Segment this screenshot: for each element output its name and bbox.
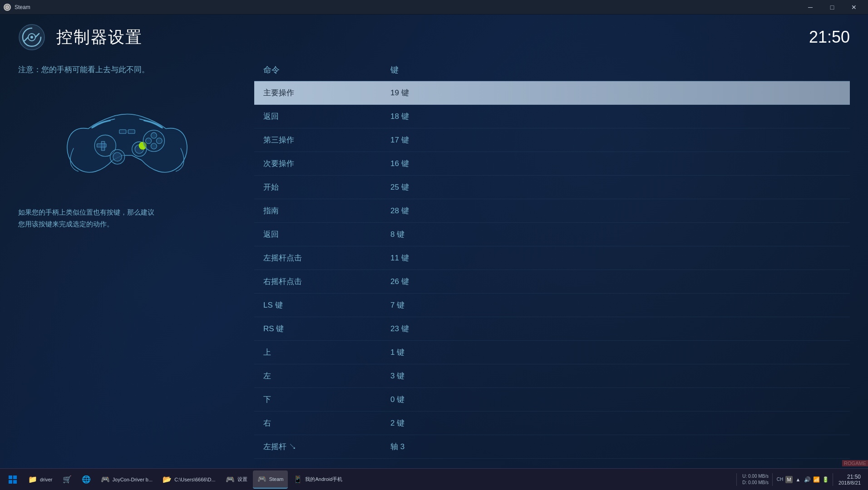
steam-settings-icon: 🎮 xyxy=(226,475,235,484)
cell-key: 25 键 xyxy=(390,182,841,192)
table-header: 命令 键 xyxy=(254,64,850,81)
taskbar-item-android[interactable]: 📱我的Android手机 xyxy=(289,470,347,489)
cell-command: LS 键 xyxy=(263,300,390,310)
store-icon: 🛒 xyxy=(63,475,72,484)
table-row[interactable]: 下0 键 xyxy=(254,388,850,412)
cell-key: 轴 3 xyxy=(390,441,841,452)
header-time: 21:50 xyxy=(809,28,850,47)
taskbar-item-label-android: 我的Android手机 xyxy=(305,476,342,483)
table-row[interactable]: 右摇杆点击26 键 xyxy=(254,270,850,294)
cell-command: 左摇杆点击 xyxy=(263,253,390,263)
explorer-icon: 📂 xyxy=(163,475,172,484)
svg-rect-21 xyxy=(13,475,17,479)
svg-point-17 xyxy=(151,143,157,149)
cell-command: 上 xyxy=(263,347,390,358)
taskbar-item-steam[interactable]: 🎮Steam xyxy=(253,470,288,489)
taskbar-clock[interactable]: 21:50 2018/8/21 xyxy=(837,474,863,485)
table-row[interactable]: 左摇杆点击11 键 xyxy=(254,246,850,270)
content-area: 注意：您的手柄可能看上去与此不同。 xyxy=(0,60,868,468)
cell-key: 1 键 xyxy=(390,347,841,358)
cell-key: 0 键 xyxy=(390,394,841,405)
chevron-up-icon[interactable]: ▲ xyxy=(794,476,802,483)
taskbar-item-joycon[interactable]: 🎮JoyCon-Driver b... xyxy=(96,470,158,489)
cell-command: 左 xyxy=(263,371,390,381)
table-row[interactable]: 右2 键 xyxy=(254,412,850,435)
taskbar-item-label-steam-settings: 设置 xyxy=(237,476,247,483)
clock-date: 2018/8/21 xyxy=(838,480,861,485)
taskbar-item-steam-settings[interactable]: 🎮设置 xyxy=(221,470,252,489)
cell-command: 右摇杆点击 xyxy=(263,276,390,287)
steam-icon: 🎮 xyxy=(257,475,266,484)
cell-command: 开始 xyxy=(263,182,390,192)
svg-point-4 xyxy=(30,36,33,39)
cell-command: 返回 xyxy=(263,229,390,240)
info-text: 如果您的手柄上类似位置也有按键，那么建议您用该按键来完成选定的动作。 xyxy=(18,206,154,230)
table-row[interactable]: 主要操作19 键 xyxy=(254,81,850,105)
table-row[interactable]: LS 键7 键 xyxy=(254,294,850,317)
start-button[interactable] xyxy=(2,469,24,490)
left-panel: 注意：您的手柄可能看上去与此不同。 xyxy=(18,60,236,459)
header: 控制器设置 21:50 xyxy=(0,15,868,60)
steam-small-icon xyxy=(4,4,11,11)
note-text: 注意：您的手柄可能看上去与此不同。 xyxy=(18,64,149,75)
table-row[interactable]: 指南28 键 xyxy=(254,199,850,223)
close-button[interactable]: ✕ xyxy=(843,0,864,15)
svg-point-9 xyxy=(113,152,122,161)
cell-command: RS 键 xyxy=(263,323,390,334)
network-info: U: 0.00 MB/s D: 0.00 MB/s xyxy=(742,473,769,486)
download-speed: D: 0.00 MB/s xyxy=(742,480,769,486)
table-row[interactable]: 左摇杆 ↘轴 3 xyxy=(254,435,850,459)
cell-key: 23 键 xyxy=(390,323,841,334)
cell-key: 2 键 xyxy=(390,418,841,428)
android-icon: 📱 xyxy=(293,475,302,484)
network-icon[interactable]: 📶 xyxy=(813,476,820,483)
table-row[interactable]: 第三操作17 键 xyxy=(254,128,850,152)
cell-key: 17 键 xyxy=(390,135,841,145)
taskbar-item-label-joycon: JoyCon-Driver b... xyxy=(113,477,153,482)
volume-icon[interactable]: 🔊 xyxy=(804,476,811,483)
taskbar-item-driver[interactable]: 📁driver xyxy=(24,470,57,489)
right-panel: 命令 键 主要操作19 键返回18 键第三操作17 键次要操作16 键开始25 … xyxy=(254,60,850,459)
taskbar-item-explorer[interactable]: 📂C:\Users\6666\D... xyxy=(158,470,220,489)
svg-point-1 xyxy=(6,6,8,8)
taskbar-separator xyxy=(736,473,737,486)
svg-rect-22 xyxy=(9,480,12,484)
svg-point-15 xyxy=(146,138,152,144)
watermark: ROGAME xyxy=(842,460,868,466)
col-command-header: 命令 xyxy=(263,64,390,75)
joycon-icon: 🎮 xyxy=(101,475,110,484)
table-row[interactable]: 上1 键 xyxy=(254,341,850,364)
driver-icon: 📁 xyxy=(28,475,37,484)
cell-key: 19 键 xyxy=(390,88,841,98)
cell-command: 左摇杆 ↘ xyxy=(263,441,390,452)
upload-speed: U: 0.00 MB/s xyxy=(742,473,769,480)
taskbar-item-label-steam: Steam xyxy=(269,476,284,482)
maximize-button[interactable]: □ xyxy=(822,0,843,15)
battery-icon[interactable]: 🔋 xyxy=(822,476,829,483)
m-icon: M xyxy=(785,476,793,483)
taskbar-items: 📁driver🛒🌐🎮JoyCon-Driver b...📂C:\Users\66… xyxy=(24,470,735,489)
title-bar: Steam ─ □ ✕ xyxy=(0,0,868,15)
cell-command: 返回 xyxy=(263,111,390,122)
cell-key: 26 键 xyxy=(390,276,841,287)
title-bar-left: Steam xyxy=(4,4,30,11)
cell-key: 7 键 xyxy=(390,300,841,310)
minimize-button[interactable]: ─ xyxy=(800,0,821,15)
cell-key: 8 键 xyxy=(390,229,841,240)
cell-key: 11 键 xyxy=(390,253,841,263)
svg-rect-7 xyxy=(97,144,106,147)
table-row[interactable]: 开始25 键 xyxy=(254,176,850,199)
table-row[interactable]: RS 键23 键 xyxy=(254,317,850,341)
svg-rect-18 xyxy=(119,130,126,134)
cell-command: 指南 xyxy=(263,206,390,216)
table-row[interactable]: 左3 键 xyxy=(254,364,850,388)
table-row[interactable]: 次要操作16 键 xyxy=(254,152,850,176)
table-row[interactable]: 返回8 键 xyxy=(254,223,850,246)
taskbar-item-store[interactable]: 🛒 xyxy=(58,470,76,489)
steam-logo-icon xyxy=(18,24,45,51)
sep3 xyxy=(833,473,833,486)
taskbar-item-chrome[interactable]: 🌐 xyxy=(77,470,95,489)
table-row[interactable]: 返回18 键 xyxy=(254,105,850,128)
col-key-header: 键 xyxy=(390,64,841,75)
table-body[interactable]: 主要操作19 键返回18 键第三操作17 键次要操作16 键开始25 键指南28… xyxy=(254,81,850,459)
